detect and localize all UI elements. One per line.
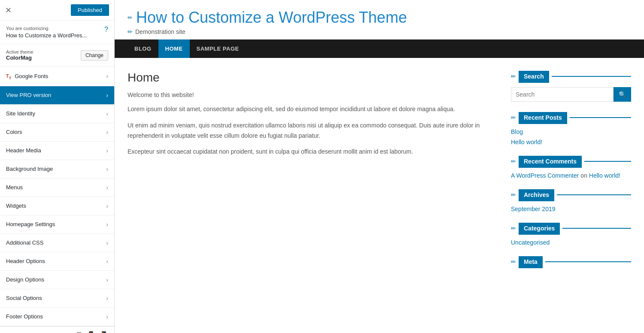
archives-title-row: ✏ Archives (511, 189, 631, 200)
site-description-row: ✏ Demonstration site (128, 28, 631, 35)
mobile-icon[interactable]: 📱 (100, 331, 108, 333)
site-desc-edit-icon[interactable]: ✏ (128, 28, 133, 35)
site-description: Demonstration site (135, 28, 185, 35)
lorem-para-3: Excepteur sint occaecat cupidatat non pr… (128, 147, 498, 157)
search-title-underline (552, 76, 631, 77)
sidebar-item-label: Google Fonts (15, 73, 48, 79)
sidebar-item-label: Footer Options (6, 313, 43, 320)
sidebar-item-colors[interactable]: Colors› (0, 123, 114, 142)
archives-underline (557, 194, 631, 195)
archives-title: Archives (519, 189, 554, 200)
categories-list: Uncategorised (511, 239, 631, 246)
sidebar-item-view-pro[interactable]: View PRO version› (0, 86, 114, 105)
published-button[interactable]: Published (71, 4, 109, 16)
meta-title: Meta (519, 256, 543, 267)
sidebar-item-label: Colors (6, 129, 22, 135)
search-widget-title-row: ✏ Search (511, 71, 631, 82)
active-theme-section: Active theme ColorMag Change (0, 44, 114, 67)
sidebar-item-additional-css[interactable]: Additional CSS› (0, 234, 114, 252)
sidebar-item-site-identity[interactable]: Site Identity› (0, 105, 114, 123)
recent-post-link[interactable]: Blog (511, 128, 631, 135)
sidebar-item-widgets[interactable]: Widgets› (0, 197, 114, 215)
active-theme-label: Active theme (6, 49, 33, 54)
sidebar-item-social-options[interactable]: Social Options› (0, 289, 114, 308)
google-fonts-icon: TT (6, 72, 11, 80)
recent-posts-list: BlogHello world! (511, 128, 631, 145)
categories-edit-icon[interactable]: ✏ (511, 225, 516, 232)
lorem-para-2: Ut enim ad minim veniam, quis nostrud ex… (128, 121, 498, 141)
sidebar-item-google-fonts[interactable]: TTGoogle Fonts› (0, 67, 114, 86)
archives-list: September 2019 (511, 206, 631, 212)
active-theme-name: ColorMag (6, 54, 33, 61)
sidebar-item-header-options[interactable]: Header Options› (0, 252, 114, 271)
sidebar-item-label: Additional CSS (6, 239, 43, 246)
nav-item-sample-page[interactable]: SAMPLE PAGE (190, 39, 246, 58)
desktop-icon[interactable]: 🖥 (76, 331, 82, 333)
nav-item-home[interactable]: HOME (158, 39, 190, 58)
recent-post-link[interactable]: Hello world! (511, 139, 631, 145)
sidebar: ✕ Published You are customizing How to C… (0, 0, 115, 333)
comment-post-link[interactable]: Hello world! (589, 172, 620, 179)
commenter-link[interactable]: A WordPress Commenter (511, 172, 579, 179)
sidebar-item-label: Widgets (6, 203, 26, 209)
sidebar-item-homepage-settings[interactable]: Homepage Settings› (0, 215, 114, 234)
search-input[interactable] (511, 87, 614, 102)
recent-comments-underline (584, 161, 631, 162)
search-button[interactable]: 🔍 (614, 87, 631, 102)
change-theme-button[interactable]: Change (81, 50, 108, 61)
main-content: Home Welcome to this website! Lorem ipsu… (128, 71, 498, 278)
recent-comments-widget: ✏ Recent Comments A WordPress Commenter … (511, 156, 631, 179)
chevron-right-icon: › (106, 92, 108, 99)
search-widget-edit-icon[interactable]: ✏ (511, 73, 516, 80)
welcome-text: Welcome to this website! (128, 91, 498, 98)
meta-edit-icon[interactable]: ✏ (511, 258, 516, 265)
recent-comments-edit-icon[interactable]: ✏ (511, 158, 516, 165)
help-icon[interactable]: ? (104, 26, 108, 33)
chevron-right-icon: › (106, 147, 108, 154)
search-widget: ✏ Search 🔍 (511, 71, 631, 102)
categories-title: Categories (519, 223, 560, 234)
chevron-right-icon: › (106, 258, 108, 265)
category-link[interactable]: Uncategorised (511, 239, 631, 246)
chevron-right-icon: › (106, 313, 108, 320)
preview-content: Home Welcome to this website! Lorem ipsu… (115, 58, 644, 291)
preview-header: ✏ How to Customize a WordPress Theme ✏ D… (115, 0, 644, 39)
search-widget-input-row: 🔍 (511, 87, 631, 102)
categories-widget: ✏ Categories Uncategorised (511, 223, 631, 246)
archive-link[interactable]: September 2019 (511, 206, 631, 212)
site-title-edit-icon[interactable]: ✏ (128, 14, 133, 21)
sidebar-item-label: Site Identity (6, 110, 35, 117)
archives-widget: ✏ Archives September 2019 (511, 189, 631, 212)
recent-comments-title: Recent Comments (519, 156, 582, 167)
sidebar-item-menus[interactable]: Menus› (0, 179, 114, 197)
categories-underline (562, 228, 631, 229)
sidebar-item-label: View PRO version (6, 92, 51, 98)
chevron-right-icon: › (106, 110, 108, 117)
recent-posts-title-row: ✏ Recent Posts (511, 112, 631, 123)
nav-item-blog[interactable]: BLOG (128, 39, 158, 58)
close-button[interactable]: ✕ (5, 6, 12, 14)
sidebar-top-bar: ✕ Published (0, 0, 114, 21)
chevron-right-icon: › (106, 203, 108, 209)
sidebar-item-label: Menus (6, 184, 23, 191)
chevron-right-icon: › (106, 129, 108, 136)
sidebar-item-label: Social Options (6, 295, 42, 301)
customizing-label: You are customizing (6, 26, 87, 31)
sidebar-item-footer-options[interactable]: Footer Options› (0, 308, 114, 326)
sidebar-item-background-image[interactable]: Background Image› (0, 160, 114, 179)
sidebar-item-label: Design Options (6, 276, 44, 283)
site-title: How to Customize a WordPress Theme (136, 9, 407, 27)
nav-bar: BLOGHOMESAMPLE PAGE (115, 39, 644, 58)
sidebar-item-design-options[interactable]: Design Options› (0, 271, 114, 289)
sidebar-item-label: Homepage Settings (6, 221, 55, 227)
tablet-icon[interactable]: 📱 (87, 331, 95, 333)
recent-posts-edit-icon[interactable]: ✏ (511, 114, 516, 121)
categories-title-row: ✏ Categories (511, 223, 631, 234)
recent-posts-title: Recent Posts (519, 112, 567, 123)
chevron-right-icon: › (106, 276, 108, 283)
recent-posts-underline (570, 117, 631, 118)
sidebar-item-header-media[interactable]: Header Media› (0, 142, 114, 160)
archives-edit-icon[interactable]: ✏ (511, 191, 516, 198)
chevron-right-icon: › (106, 221, 108, 228)
meta-underline (545, 261, 631, 262)
